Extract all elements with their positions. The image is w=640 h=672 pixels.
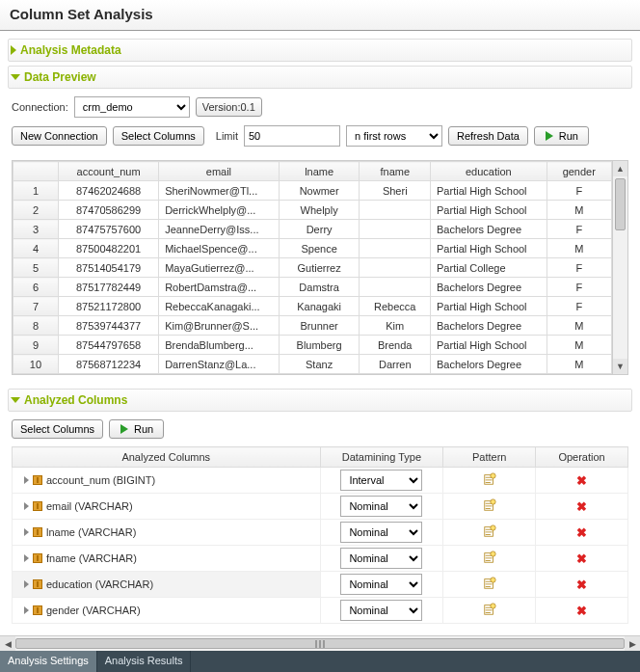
table-cell: RebeccaKanagaki... [159, 297, 280, 316]
datamining-type-select[interactable]: Nominal [340, 600, 422, 621]
col-header-analyzed[interactable]: Analyzed Columns [13, 447, 321, 468]
table-row[interactable]: 687517782449RobertDamstra@...DamstraBach… [13, 278, 612, 297]
tab-analysis-settings[interactable]: Analysis Settings [0, 651, 97, 672]
scroll-down-icon[interactable]: ▼ [613, 359, 627, 374]
scroll-left-icon[interactable]: ◀ [0, 636, 15, 652]
section-preview-header[interactable]: Data Preview [8, 66, 632, 89]
delete-icon[interactable]: ✖ [576, 473, 587, 488]
table-row[interactable]: 1087568712234DarrenStanz@La...StanzDarre… [13, 355, 612, 374]
select-columns-button-2[interactable]: Select Columns [12, 419, 103, 439]
analyzed-row[interactable]: fname (VARCHAR)Nominal✖ [13, 546, 628, 572]
col-header-pattern[interactable]: Pattern [443, 447, 536, 468]
analyzed-col-label: education (VARCHAR) [46, 578, 153, 590]
row-mode-select[interactable]: n first rows [346, 125, 442, 147]
table-row[interactable]: 887539744377Kim@Brunner@S...BrunnerKimBa… [13, 316, 612, 336]
vertical-scrollbar[interactable]: ▲ ▼ [612, 161, 627, 374]
run-label: Run [134, 423, 153, 435]
preview-col-header[interactable]: account_num [58, 162, 158, 181]
table-cell: 3 [13, 220, 59, 239]
datamining-type-select[interactable]: Nominal [340, 496, 422, 517]
chevron-right-icon [11, 45, 16, 55]
table-cell: Partial High School [431, 239, 547, 258]
pattern-icon[interactable] [483, 580, 496, 592]
table-cell: MichaelSpence@... [159, 239, 280, 258]
delete-icon[interactable]: ✖ [576, 578, 587, 592]
preview-col-header[interactable]: fname [360, 162, 431, 181]
table-cell: 87500482201 [58, 239, 158, 258]
section-analyzed-header[interactable]: Analyzed Columns [8, 389, 632, 412]
preview-col-header[interactable]: email [159, 162, 280, 181]
connection-select[interactable]: crm_demo [74, 96, 190, 118]
table-cell: Sheri [360, 181, 431, 201]
limit-input[interactable] [244, 125, 340, 147]
scroll-thumb-h[interactable] [15, 638, 625, 649]
select-columns-button[interactable]: Select Columns [113, 126, 204, 146]
pattern-icon[interactable] [483, 554, 496, 566]
page-title: Column Set Analysis [0, 0, 640, 31]
table-cell: SheriNowmer@Tl... [159, 181, 280, 201]
version-label: Version:0.1 [196, 97, 262, 117]
analyzed-col-label: gender (VARCHAR) [46, 605, 141, 616]
col-header-type[interactable]: Datamining Type [320, 447, 443, 468]
run-preview-button[interactable]: Run [534, 126, 589, 146]
datamining-type-select[interactable]: Interval [340, 470, 422, 491]
table-row[interactable]: 787521172800RebeccaKanagaki...KanagakiRe… [13, 297, 612, 316]
datamining-type-select[interactable]: Nominal [340, 574, 422, 595]
table-row[interactable]: 987544797658BrendaBlumberg...BlumbergBre… [13, 336, 612, 355]
refresh-data-button[interactable]: Refresh Data [448, 126, 528, 146]
pattern-icon[interactable] [483, 606, 496, 618]
table-cell: Partial High School [431, 336, 547, 355]
scroll-thumb[interactable] [615, 178, 626, 230]
analyzed-row[interactable]: account_num (BIGINT)Interval✖ [13, 468, 628, 494]
svg-point-13 [491, 604, 495, 608]
section-metadata-header[interactable]: Analysis Metadata [8, 39, 632, 62]
preview-col-header[interactable] [13, 162, 59, 181]
analyzed-row[interactable]: gender (VARCHAR)Nominal✖ [13, 598, 628, 624]
svg-point-11 [491, 578, 495, 582]
expand-icon[interactable] [24, 606, 29, 614]
horizontal-scrollbar[interactable]: ◀ ▶ [0, 635, 640, 651]
run-analysis-button[interactable]: Run [109, 419, 164, 439]
table-cell: F [547, 181, 611, 201]
tab-analysis-results[interactable]: Analysis Results [97, 651, 192, 672]
table-row[interactable]: 287470586299DerrickWhelply@...WhelplyPar… [13, 201, 612, 220]
preview-col-header[interactable]: education [431, 162, 547, 181]
analyzed-col-label: fname (VARCHAR) [46, 552, 137, 564]
table-cell: Bachelors Degree [431, 316, 547, 336]
expand-icon[interactable] [24, 476, 29, 484]
table-cell: Spence [279, 239, 360, 258]
table-row[interactable]: 487500482201MichaelSpence@...SpenceParti… [13, 239, 612, 258]
scroll-right-icon[interactable]: ▶ [625, 636, 640, 652]
pattern-icon[interactable] [483, 502, 496, 514]
delete-icon[interactable]: ✖ [576, 604, 587, 618]
table-row[interactable]: 387475757600JeanneDerry@Iss...DerryBache… [13, 220, 612, 239]
delete-icon[interactable]: ✖ [576, 525, 587, 540]
analyzed-col-label: lname (VARCHAR) [46, 526, 136, 538]
analyzed-row[interactable]: education (VARCHAR)Nominal✖ [13, 572, 628, 598]
pattern-icon[interactable] [483, 476, 496, 488]
table-cell: Stanz [279, 355, 360, 374]
delete-icon[interactable]: ✖ [576, 499, 587, 514]
preview-col-header[interactable]: lname [279, 162, 360, 181]
table-cell: DarrenStanz@La... [159, 355, 280, 374]
table-cell: M [547, 336, 611, 355]
table-cell: 87462024688 [58, 181, 158, 201]
table-cell: 6 [13, 278, 59, 297]
expand-icon[interactable] [24, 502, 29, 510]
expand-icon[interactable] [24, 528, 29, 536]
col-header-operation[interactable]: Operation [536, 447, 628, 468]
pattern-icon[interactable] [483, 528, 496, 540]
delete-icon[interactable]: ✖ [576, 551, 587, 566]
table-row[interactable]: 587514054179MayaGutierrez@...GutierrezPa… [13, 258, 612, 278]
expand-icon[interactable] [24, 554, 29, 562]
scroll-up-icon[interactable]: ▲ [613, 161, 627, 176]
table-row[interactable]: 187462024688SheriNowmer@Tl...NowmerSheri… [13, 181, 612, 201]
datamining-type-select[interactable]: Nominal [340, 548, 422, 569]
analyzed-row[interactable]: lname (VARCHAR)Nominal✖ [13, 520, 628, 546]
expand-icon[interactable] [24, 580, 29, 588]
new-connection-button[interactable]: New Connection [12, 126, 107, 146]
table-cell: 1 [13, 181, 59, 201]
datamining-type-select[interactable]: Nominal [340, 522, 422, 543]
preview-col-header[interactable]: gender [547, 162, 611, 181]
analyzed-row[interactable]: email (VARCHAR)Nominal✖ [13, 494, 628, 520]
